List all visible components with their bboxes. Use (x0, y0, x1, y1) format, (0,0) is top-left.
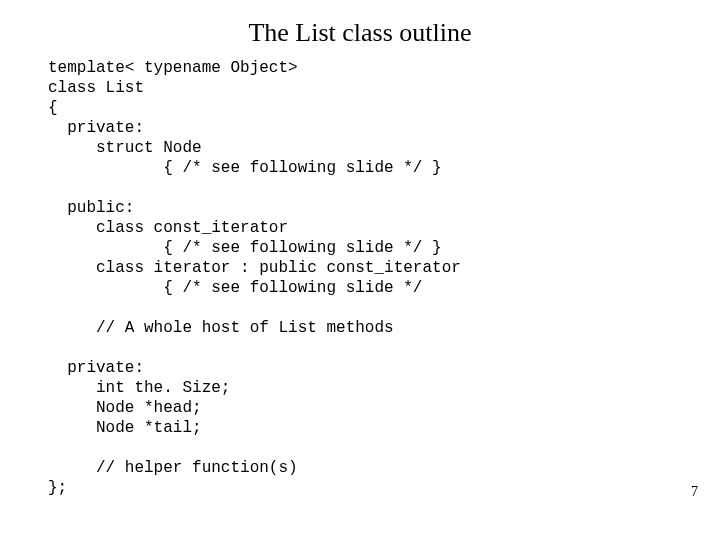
code-line: int the. Size; (48, 379, 230, 397)
code-line: class iterator : public const_iterator (48, 259, 461, 277)
code-line: private: (48, 119, 144, 137)
code-line: template< typename Object> (48, 59, 298, 77)
code-line: // A whole host of List methods (48, 319, 394, 337)
code-listing: template< typename Object> class List { … (0, 58, 720, 498)
code-line: { (48, 99, 58, 117)
code-line: { /* see following slide */ } (48, 159, 442, 177)
code-line: { /* see following slide */ (48, 279, 422, 297)
page-number: 7 (691, 484, 698, 500)
code-line: }; (48, 479, 67, 497)
code-line: { /* see following slide */ } (48, 239, 442, 257)
slide-title: The List class outline (0, 0, 720, 58)
code-line: public: (48, 199, 134, 217)
code-line: // helper function(s) (48, 459, 298, 477)
code-line: Node *tail; (48, 419, 202, 437)
code-line: Node *head; (48, 399, 202, 417)
code-line: class const_iterator (48, 219, 288, 237)
code-line: class List (48, 79, 144, 97)
code-line: private: (48, 359, 144, 377)
code-line: struct Node (48, 139, 202, 157)
